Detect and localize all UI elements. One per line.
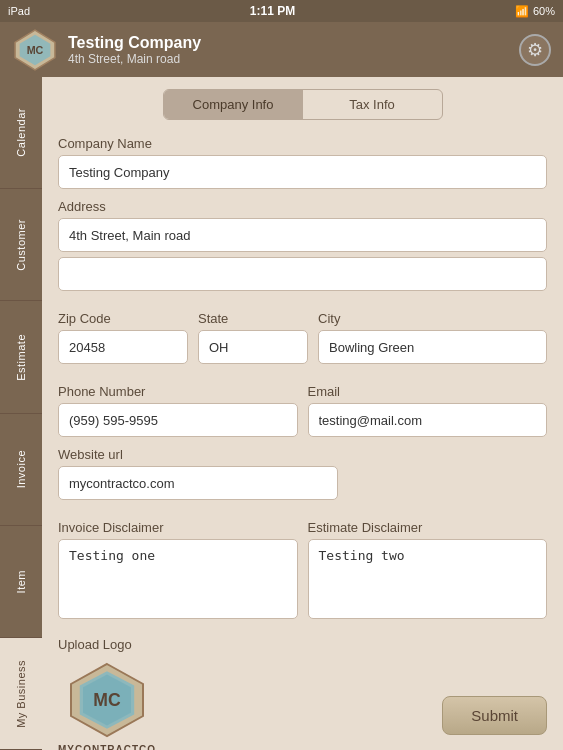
state-input[interactable]: [198, 330, 308, 364]
email-label: Email: [308, 384, 548, 399]
settings-button[interactable]: ⚙: [519, 34, 551, 66]
estimate-disclaimer-label: Estimate Disclaimer: [308, 520, 548, 535]
sidebar-item-label-invoice: Invoice: [15, 450, 27, 488]
battery-level: 60%: [533, 5, 555, 17]
address1-input[interactable]: [58, 218, 547, 252]
phone-label: Phone Number: [58, 384, 298, 399]
svg-text:MC: MC: [27, 43, 44, 55]
website-label: Website url: [58, 447, 547, 462]
sidebar-item-invoice[interactable]: Invoice: [0, 414, 42, 526]
upload-logo-label: Upload Logo: [58, 637, 547, 652]
wifi-icon: 📶: [515, 5, 529, 18]
sidebar: Calendar Customer Estimate Invoice Item …: [0, 77, 42, 750]
phone-input[interactable]: [58, 403, 298, 437]
tab-tax-info[interactable]: Tax Info: [303, 90, 442, 119]
email-input[interactable]: [308, 403, 548, 437]
zip-code-input[interactable]: [58, 330, 188, 364]
sidebar-item-item[interactable]: Item: [0, 526, 42, 638]
address-label: Address: [58, 199, 547, 214]
zip-code-label: Zip Code: [58, 311, 188, 326]
status-bar: iPad 1:11 PM 📶 60%: [0, 0, 563, 22]
sidebar-item-label-item: Item: [15, 570, 27, 593]
sidebar-item-label-my-business: My Business: [15, 660, 27, 728]
invoice-disclaimer-input[interactable]: [58, 539, 298, 619]
state-label: State: [198, 311, 308, 326]
sidebar-item-label-estimate: Estimate: [15, 334, 27, 381]
logo-area: MC MYCONTRACTCO Submit: [58, 660, 547, 750]
sidebar-item-label-customer: Customer: [15, 219, 27, 271]
status-bar-right: 📶 60%: [515, 5, 555, 18]
logo-name: MYCONTRACTCO: [58, 744, 156, 750]
logo-svg: MC: [67, 660, 147, 740]
status-ipad: iPad: [8, 5, 30, 17]
sidebar-item-customer[interactable]: Customer: [0, 189, 42, 301]
address2-input[interactable]: [58, 257, 547, 291]
status-bar-left: iPad: [8, 5, 30, 17]
svg-text:MC: MC: [93, 690, 121, 710]
upload-section: Upload Logo MC MYCONTRACTCO Submit: [58, 637, 547, 750]
header: MC Testing Company 4th Street, Main road…: [0, 22, 563, 77]
submit-button[interactable]: Submit: [442, 696, 547, 735]
header-subtitle: 4th Street, Main road: [68, 52, 519, 66]
sidebar-item-my-business[interactable]: My Business: [0, 638, 42, 750]
city-label: City: [318, 311, 547, 326]
tab-company-info[interactable]: Company Info: [164, 90, 303, 119]
city-input[interactable]: [318, 330, 547, 364]
logo-display: MC MYCONTRACTCO: [58, 660, 156, 750]
sidebar-item-calendar[interactable]: Calendar: [0, 77, 42, 189]
invoice-disclaimer-label: Invoice Disclaimer: [58, 520, 298, 535]
tab-bar: Company Info Tax Info: [163, 89, 443, 120]
estimate-disclaimer-input[interactable]: [308, 539, 548, 619]
website-input[interactable]: [58, 466, 338, 500]
status-bar-time: 1:11 PM: [250, 4, 295, 18]
header-company-name: Testing Company: [68, 34, 519, 52]
main-content: Company Info Tax Info Company Name Addre…: [42, 77, 563, 750]
header-logo: MC: [12, 27, 58, 73]
company-name-label: Company Name: [58, 136, 547, 151]
company-name-input[interactable]: [58, 155, 547, 189]
sidebar-item-label-calendar: Calendar: [15, 108, 27, 157]
sidebar-item-estimate[interactable]: Estimate: [0, 301, 42, 413]
header-title-block: Testing Company 4th Street, Main road: [68, 34, 519, 66]
